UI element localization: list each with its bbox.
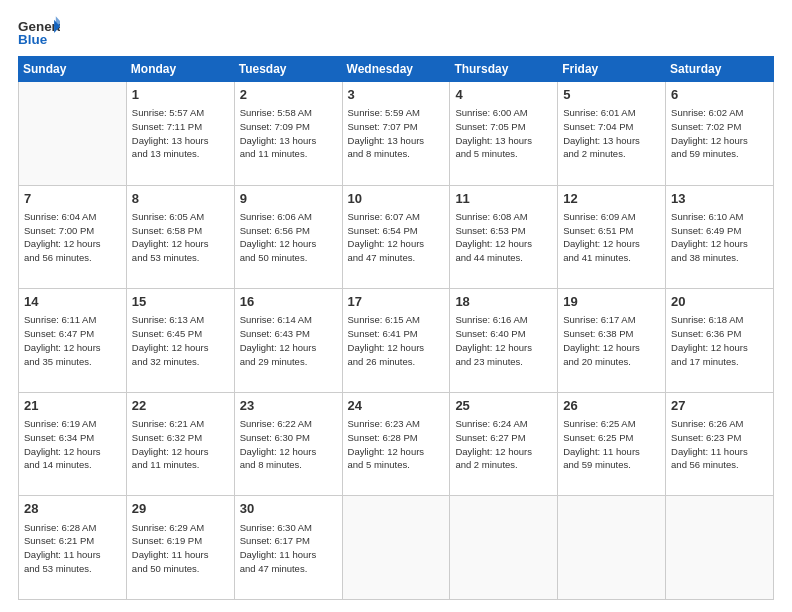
calendar-table: SundayMondayTuesdayWednesdayThursdayFrid… — [18, 56, 774, 600]
calendar-cell: 7Sunrise: 6:04 AM Sunset: 7:00 PM Daylig… — [19, 185, 127, 289]
weekday-header-friday: Friday — [558, 57, 666, 82]
week-row-2: 7Sunrise: 6:04 AM Sunset: 7:00 PM Daylig… — [19, 185, 774, 289]
header: General Blue — [18, 16, 774, 46]
calendar-cell: 17Sunrise: 6:15 AM Sunset: 6:41 PM Dayli… — [342, 289, 450, 393]
day-info: Sunrise: 6:24 AM Sunset: 6:27 PM Dayligh… — [455, 417, 552, 472]
day-number: 14 — [24, 293, 121, 311]
day-number: 19 — [563, 293, 660, 311]
day-number: 26 — [563, 397, 660, 415]
day-number: 28 — [24, 500, 121, 518]
day-number: 8 — [132, 190, 229, 208]
week-row-1: 1Sunrise: 5:57 AM Sunset: 7:11 PM Daylig… — [19, 82, 774, 186]
week-row-4: 21Sunrise: 6:19 AM Sunset: 6:34 PM Dayli… — [19, 392, 774, 496]
day-number: 27 — [671, 397, 768, 415]
calendar-cell: 25Sunrise: 6:24 AM Sunset: 6:27 PM Dayli… — [450, 392, 558, 496]
weekday-header-saturday: Saturday — [666, 57, 774, 82]
day-number: 5 — [563, 86, 660, 104]
calendar-cell — [558, 496, 666, 600]
weekday-header-tuesday: Tuesday — [234, 57, 342, 82]
day-number: 7 — [24, 190, 121, 208]
weekday-header-thursday: Thursday — [450, 57, 558, 82]
day-info: Sunrise: 6:21 AM Sunset: 6:32 PM Dayligh… — [132, 417, 229, 472]
weekday-header-sunday: Sunday — [19, 57, 127, 82]
day-info: Sunrise: 6:07 AM Sunset: 6:54 PM Dayligh… — [348, 210, 445, 265]
calendar-cell: 1Sunrise: 5:57 AM Sunset: 7:11 PM Daylig… — [126, 82, 234, 186]
day-number: 12 — [563, 190, 660, 208]
day-number: 4 — [455, 86, 552, 104]
day-info: Sunrise: 6:11 AM Sunset: 6:47 PM Dayligh… — [24, 313, 121, 368]
logo: General Blue — [18, 16, 60, 46]
day-number: 17 — [348, 293, 445, 311]
calendar-cell: 13Sunrise: 6:10 AM Sunset: 6:49 PM Dayli… — [666, 185, 774, 289]
week-row-5: 28Sunrise: 6:28 AM Sunset: 6:21 PM Dayli… — [19, 496, 774, 600]
calendar-cell: 9Sunrise: 6:06 AM Sunset: 6:56 PM Daylig… — [234, 185, 342, 289]
day-info: Sunrise: 5:57 AM Sunset: 7:11 PM Dayligh… — [132, 106, 229, 161]
weekday-header-wednesday: Wednesday — [342, 57, 450, 82]
day-info: Sunrise: 5:58 AM Sunset: 7:09 PM Dayligh… — [240, 106, 337, 161]
calendar-cell: 8Sunrise: 6:05 AM Sunset: 6:58 PM Daylig… — [126, 185, 234, 289]
day-info: Sunrise: 6:16 AM Sunset: 6:40 PM Dayligh… — [455, 313, 552, 368]
day-info: Sunrise: 6:25 AM Sunset: 6:25 PM Dayligh… — [563, 417, 660, 472]
day-info: Sunrise: 6:06 AM Sunset: 6:56 PM Dayligh… — [240, 210, 337, 265]
day-info: Sunrise: 6:01 AM Sunset: 7:04 PM Dayligh… — [563, 106, 660, 161]
day-info: Sunrise: 6:05 AM Sunset: 6:58 PM Dayligh… — [132, 210, 229, 265]
day-number: 20 — [671, 293, 768, 311]
day-info: Sunrise: 6:17 AM Sunset: 6:38 PM Dayligh… — [563, 313, 660, 368]
day-info: Sunrise: 6:15 AM Sunset: 6:41 PM Dayligh… — [348, 313, 445, 368]
calendar-cell: 21Sunrise: 6:19 AM Sunset: 6:34 PM Dayli… — [19, 392, 127, 496]
calendar-cell: 28Sunrise: 6:28 AM Sunset: 6:21 PM Dayli… — [19, 496, 127, 600]
day-number: 21 — [24, 397, 121, 415]
calendar-cell: 24Sunrise: 6:23 AM Sunset: 6:28 PM Dayli… — [342, 392, 450, 496]
day-info: Sunrise: 6:09 AM Sunset: 6:51 PM Dayligh… — [563, 210, 660, 265]
calendar-cell: 2Sunrise: 5:58 AM Sunset: 7:09 PM Daylig… — [234, 82, 342, 186]
page: General Blue SundayMondayTuesdayWednesda… — [0, 0, 792, 612]
day-number: 25 — [455, 397, 552, 415]
day-number: 30 — [240, 500, 337, 518]
day-info: Sunrise: 6:08 AM Sunset: 6:53 PM Dayligh… — [455, 210, 552, 265]
day-info: Sunrise: 6:13 AM Sunset: 6:45 PM Dayligh… — [132, 313, 229, 368]
calendar-cell: 11Sunrise: 6:08 AM Sunset: 6:53 PM Dayli… — [450, 185, 558, 289]
day-info: Sunrise: 6:10 AM Sunset: 6:49 PM Dayligh… — [671, 210, 768, 265]
weekday-header-monday: Monday — [126, 57, 234, 82]
logo-icon: General Blue — [18, 16, 60, 46]
day-number: 29 — [132, 500, 229, 518]
day-info: Sunrise: 6:00 AM Sunset: 7:05 PM Dayligh… — [455, 106, 552, 161]
calendar-cell: 18Sunrise: 6:16 AM Sunset: 6:40 PM Dayli… — [450, 289, 558, 393]
calendar-cell: 20Sunrise: 6:18 AM Sunset: 6:36 PM Dayli… — [666, 289, 774, 393]
day-number: 10 — [348, 190, 445, 208]
calendar-cell: 26Sunrise: 6:25 AM Sunset: 6:25 PM Dayli… — [558, 392, 666, 496]
day-info: Sunrise: 6:18 AM Sunset: 6:36 PM Dayligh… — [671, 313, 768, 368]
day-info: Sunrise: 6:22 AM Sunset: 6:30 PM Dayligh… — [240, 417, 337, 472]
day-number: 16 — [240, 293, 337, 311]
calendar-cell: 14Sunrise: 6:11 AM Sunset: 6:47 PM Dayli… — [19, 289, 127, 393]
day-number: 11 — [455, 190, 552, 208]
weekday-header-row: SundayMondayTuesdayWednesdayThursdayFrid… — [19, 57, 774, 82]
day-info: Sunrise: 6:23 AM Sunset: 6:28 PM Dayligh… — [348, 417, 445, 472]
day-number: 22 — [132, 397, 229, 415]
calendar-cell: 22Sunrise: 6:21 AM Sunset: 6:32 PM Dayli… — [126, 392, 234, 496]
calendar-cell: 19Sunrise: 6:17 AM Sunset: 6:38 PM Dayli… — [558, 289, 666, 393]
calendar-cell: 12Sunrise: 6:09 AM Sunset: 6:51 PM Dayli… — [558, 185, 666, 289]
day-number: 24 — [348, 397, 445, 415]
calendar-cell: 10Sunrise: 6:07 AM Sunset: 6:54 PM Dayli… — [342, 185, 450, 289]
day-info: Sunrise: 6:19 AM Sunset: 6:34 PM Dayligh… — [24, 417, 121, 472]
day-number: 9 — [240, 190, 337, 208]
calendar-cell: 5Sunrise: 6:01 AM Sunset: 7:04 PM Daylig… — [558, 82, 666, 186]
svg-text:Blue: Blue — [18, 32, 48, 46]
calendar-cell: 15Sunrise: 6:13 AM Sunset: 6:45 PM Dayli… — [126, 289, 234, 393]
day-info: Sunrise: 6:26 AM Sunset: 6:23 PM Dayligh… — [671, 417, 768, 472]
day-info: Sunrise: 6:14 AM Sunset: 6:43 PM Dayligh… — [240, 313, 337, 368]
day-number: 6 — [671, 86, 768, 104]
day-info: Sunrise: 6:29 AM Sunset: 6:19 PM Dayligh… — [132, 521, 229, 576]
calendar-cell: 4Sunrise: 6:00 AM Sunset: 7:05 PM Daylig… — [450, 82, 558, 186]
day-info: Sunrise: 6:30 AM Sunset: 6:17 PM Dayligh… — [240, 521, 337, 576]
day-info: Sunrise: 5:59 AM Sunset: 7:07 PM Dayligh… — [348, 106, 445, 161]
day-number: 1 — [132, 86, 229, 104]
calendar-cell: 27Sunrise: 6:26 AM Sunset: 6:23 PM Dayli… — [666, 392, 774, 496]
calendar-cell: 6Sunrise: 6:02 AM Sunset: 7:02 PM Daylig… — [666, 82, 774, 186]
calendar-cell: 30Sunrise: 6:30 AM Sunset: 6:17 PM Dayli… — [234, 496, 342, 600]
calendar-cell: 16Sunrise: 6:14 AM Sunset: 6:43 PM Dayli… — [234, 289, 342, 393]
calendar-cell — [19, 82, 127, 186]
day-info: Sunrise: 6:02 AM Sunset: 7:02 PM Dayligh… — [671, 106, 768, 161]
calendar-cell — [450, 496, 558, 600]
